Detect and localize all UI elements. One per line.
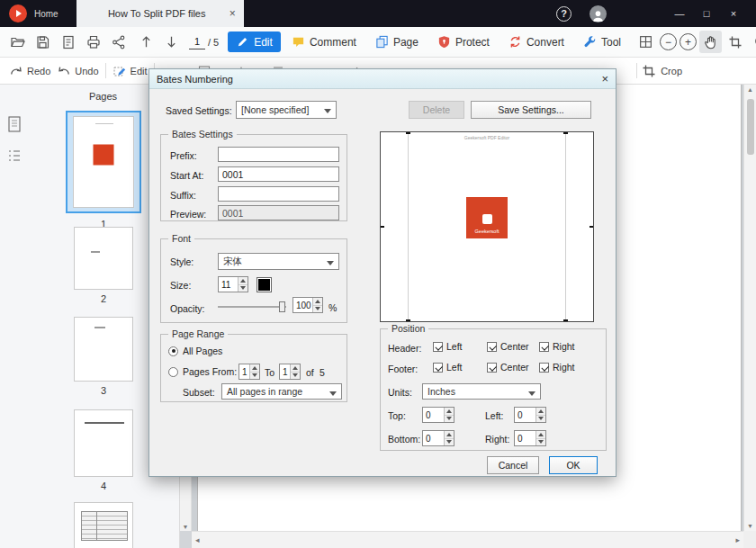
page-thumbnail-5[interactable] [74,502,133,548]
page-button[interactable]: Page [367,31,427,52]
protect-button[interactable]: Protect [429,31,498,52]
spin-up-icon[interactable] [291,364,300,373]
subset-select[interactable]: All pages in range [221,383,342,400]
page-thumbnail-1[interactable] [66,111,141,213]
page-thumbnail-3[interactable] [74,317,133,382]
bookmarks-panel-icon[interactable] [6,148,24,166]
footer-center-checkbox[interactable]: Center [487,362,529,373]
dialog-close-icon[interactable]: × [601,73,608,85]
horizontal-scrollbar[interactable]: ◂ ▸ [192,531,743,548]
suffix-input[interactable] [218,186,339,202]
spin-up-icon[interactable] [445,408,454,416]
spin-up-icon[interactable] [536,431,545,439]
header-right-checkbox[interactable]: Right [539,341,575,352]
spin-down-icon[interactable] [313,306,322,313]
select-area-icon[interactable] [724,31,747,53]
start-at-input[interactable] [218,166,339,182]
search-icon[interactable] [750,31,756,53]
page-label: Page [393,36,418,49]
undo-button[interactable]: Undo [57,64,98,78]
export-icon[interactable] [57,31,79,53]
footer-right-checkbox[interactable]: Right [539,362,575,373]
spin-up-icon[interactable] [313,298,322,306]
minimize-button[interactable]: — [666,8,693,19]
top-spinner[interactable]: 0 [422,407,454,423]
page-layout-icon[interactable] [634,31,657,53]
font-size-spinner[interactable]: 11 [218,276,248,292]
spin-up-icon[interactable] [445,431,454,439]
hand-tool-icon[interactable] [699,31,722,53]
spin-down-icon[interactable] [291,373,300,380]
page-thumbnail-4[interactable] [74,409,133,477]
thumbnail-page [73,116,134,208]
save-icon[interactable] [32,31,54,53]
saved-settings-select[interactable]: [None specified] [236,101,337,119]
spin-up-icon[interactable] [238,277,248,285]
ok-button[interactable]: OK [549,456,598,474]
window-close-button[interactable]: × [720,8,747,19]
save-settings-button[interactable]: Save Settings... [471,101,591,119]
open-file-icon[interactable] [6,31,29,53]
dialog-titlebar[interactable]: Bates Numbering × [149,69,616,89]
right-spinner[interactable]: 0 [514,430,546,446]
spin-down-icon[interactable] [445,439,454,446]
bottom-spinner[interactable]: 0 [422,430,454,446]
scrollbar-thumb[interactable] [747,99,754,155]
help-icon[interactable]: ? [556,6,572,22]
opacity-spinner[interactable]: 100 [292,297,323,313]
scroll-down-icon[interactable]: ▼ [180,524,191,530]
tool-button[interactable]: Tool [575,31,629,52]
document-tab[interactable]: How To Split PDF files × [76,0,244,27]
opacity-slider[interactable] [218,301,286,313]
cancel-button[interactable]: Cancel [487,456,539,474]
crop-button[interactable]: Crop [636,63,682,78]
left-spinner[interactable]: 0 [514,407,546,423]
page-range-group: Page Range All Pages Pages From: 1 To 1 … [160,334,347,402]
maximize-button[interactable]: □ [693,8,720,19]
font-color-swatch[interactable] [256,277,272,292]
page-thumbnail-2[interactable] [74,227,133,290]
comment-button[interactable]: Comment [284,31,364,52]
scroll-left-icon[interactable]: ◂ [195,535,200,544]
footer-center-label: Center [500,362,529,373]
convert-button[interactable]: Convert [500,31,572,52]
zoom-in-icon[interactable]: + [680,33,697,50]
all-pages-radio[interactable]: All Pages [168,346,222,356]
units-select[interactable]: Inches [422,383,541,400]
position-title: Position [388,323,428,334]
zoom-out-icon[interactable]: − [660,33,677,50]
spin-down-icon[interactable] [445,416,454,423]
pages-from-radio[interactable]: Pages From: [168,366,237,377]
page-number-input[interactable] [189,35,205,49]
spin-down-icon[interactable] [536,416,545,423]
scroll-right-icon[interactable]: ▸ [735,535,740,544]
prefix-input[interactable] [218,147,339,162]
header-left-checkbox[interactable]: Left [433,341,463,352]
edit-mode-button[interactable]: Edit [228,31,281,52]
from-page-spinner[interactable]: 1 [238,364,260,380]
spin-up-icon[interactable] [250,364,259,373]
slider-thumb[interactable] [279,301,285,312]
scroll-up-icon[interactable]: ▲ [744,86,756,93]
footer-left-checkbox[interactable]: Left [433,362,463,373]
scroll-down-icon[interactable]: ▼ [744,523,756,529]
home-menu[interactable]: Home [34,9,58,19]
previous-page-icon[interactable] [135,31,158,53]
font-style-select[interactable]: 宋体 [218,253,339,270]
print-icon[interactable] [82,31,104,53]
edit-content-button[interactable]: Edit [112,64,148,78]
spin-down-icon[interactable] [250,373,259,380]
next-page-icon[interactable] [160,31,183,53]
avatar-icon[interactable] [590,5,607,22]
spin-up-icon[interactable] [536,408,545,416]
share-icon[interactable] [107,31,130,53]
thumbnails-panel-icon[interactable] [6,115,24,133]
spin-down-icon[interactable] [536,439,545,446]
spin-down-icon[interactable] [238,285,248,292]
vertical-scrollbar[interactable]: ▲ ▼ [743,85,756,531]
dialog-title: Bates Numbering [157,74,233,85]
tab-close-icon[interactable]: × [230,8,236,19]
to-page-spinner[interactable]: 1 [279,364,301,380]
header-center-checkbox[interactable]: Center [487,341,529,352]
redo-button[interactable]: Redo [9,64,50,78]
